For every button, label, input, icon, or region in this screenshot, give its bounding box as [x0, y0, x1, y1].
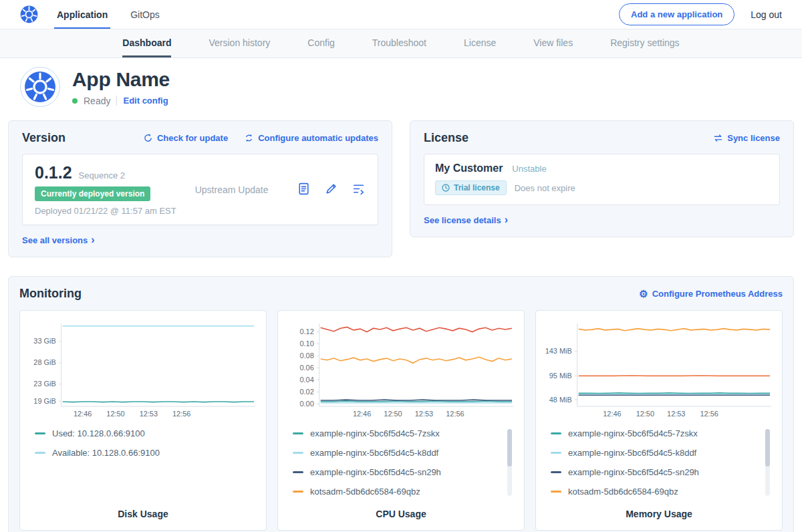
cpu-usage-chart-panel: 0.000.020.040.060.080.100.1212:4612:5012… — [277, 310, 525, 531]
svg-text:12:56: 12:56 — [700, 410, 718, 418]
chevron-right-icon: › — [91, 235, 94, 245]
series-color-swatch — [293, 491, 303, 493]
sync-icon — [713, 134, 723, 142]
app-header: App Name Ready Edit config — [0, 58, 802, 118]
app-icon — [20, 67, 60, 107]
deployed-timestamp: Deployed 01/21/22 @ 11:57 am EST — [35, 206, 176, 216]
divider — [116, 96, 117, 106]
configure-prometheus-label: Configure Prometheus Address — [652, 289, 783, 299]
chart-title: Memory Usage — [543, 497, 775, 519]
svg-text:0.06: 0.06 — [299, 364, 313, 372]
legend-scrollbar-thumb[interactable] — [765, 429, 770, 467]
refresh-icon — [143, 133, 153, 143]
svg-text:12:53: 12:53 — [140, 410, 158, 418]
release-notes-icon[interactable] — [297, 182, 311, 198]
svg-text:0.00: 0.00 — [299, 400, 313, 408]
check-for-update-label: Check for update — [157, 133, 228, 143]
legend-label: example-nginx-5bc6f5d4c5-sn29h — [310, 467, 441, 477]
sequence-label: Sequence 2 — [79, 170, 125, 180]
legend-scrollbar[interactable] — [765, 429, 770, 496]
gear-icon: ⚙ — [639, 289, 648, 299]
check-for-update-link[interactable]: Check for update — [143, 133, 228, 143]
legend-label: example-nginx-5bc6f5d4c5-sn29h — [568, 467, 699, 477]
channel-label: Unstable — [512, 164, 546, 174]
sync-license-link[interactable]: Sync license — [713, 133, 780, 143]
upstream-update-label: Upstream Update — [195, 184, 269, 195]
tab-application[interactable]: Application — [57, 0, 108, 29]
version-number: 0.1.2 — [35, 163, 72, 182]
see-all-versions-label: See all versions — [22, 235, 88, 245]
svg-text:12:50: 12:50 — [106, 410, 124, 418]
legend-label: kotsadm-5db6dc6584-69qbz — [568, 487, 678, 497]
legend-item: example-nginx-5bc6f5d4c5-7zskx — [293, 428, 499, 438]
tab-gitops[interactable]: GitOps — [130, 0, 160, 29]
tab-version-history[interactable]: Version history — [209, 29, 270, 57]
configure-prometheus-link[interactable]: ⚙ Configure Prometheus Address — [639, 289, 783, 299]
legend-item: example-nginx-5bc6f5d4c5-k8ddf — [293, 448, 499, 458]
tab-troubleshoot[interactable]: Troubleshoot — [372, 29, 426, 57]
legend-scrollbar[interactable] — [507, 429, 512, 496]
monitoring-card: Monitoring ⚙ Configure Prometheus Addres… — [8, 276, 794, 532]
svg-text:23 GiB: 23 GiB — [33, 380, 55, 388]
legend-item: example-nginx-5bc6f5d4c5-k8ddf — [551, 448, 757, 458]
svg-text:95 MiB: 95 MiB — [549, 372, 572, 380]
legend-label: Available: 10.128.0.66:9100 — [52, 448, 160, 458]
cpu-usage-plot: 0.000.020.040.060.080.100.1212:4612:5012… — [285, 319, 517, 420]
see-license-details-link[interactable]: See license details › — [424, 215, 508, 225]
expiration-label: Does not expire — [515, 183, 575, 193]
legend-item: Used: 10.128.0.66:9100 — [35, 428, 241, 438]
memory-usage-chart-panel: 48 MiB95 MiB143 MiB12:4612:5012:5312:56 … — [535, 310, 783, 531]
svg-text:0.10: 0.10 — [299, 340, 313, 348]
top-nav-tabs: Application GitOps — [57, 0, 182, 29]
legend-item: kotsadm-5db6dc6584-69qbz — [293, 487, 499, 497]
kubernetes-logo-icon — [20, 5, 38, 23]
memory-usage-legend: example-nginx-5bc6f5d4c5-7zskxexample-ng… — [551, 428, 770, 497]
series-color-swatch — [35, 432, 45, 434]
chart-title: Disk Usage — [27, 497, 259, 519]
configure-automatic-updates-link[interactable]: Configure automatic updates — [244, 133, 378, 143]
legend-item: Available: 10.128.0.66:9100 — [35, 448, 241, 458]
page-title: App Name — [72, 68, 170, 91]
legend-label: example-nginx-5bc6f5d4c5-k8ddf — [310, 448, 438, 458]
add-new-application-button[interactable]: Add a new application — [619, 3, 734, 25]
legend-label: example-nginx-5bc6f5d4c5-7zskx — [310, 428, 440, 438]
series-color-swatch — [293, 452, 303, 454]
license-type-label: Trial license — [454, 183, 500, 192]
see-license-details-label: See license details — [424, 215, 501, 225]
tab-license[interactable]: License — [464, 29, 496, 57]
chart-title: CPU Usage — [285, 497, 517, 519]
legend-label: example-nginx-5bc6f5d4c5-7zskx — [568, 428, 698, 438]
charts-row: 19 GiB23 GiB28 GiB33 GiB12:4612:5012:531… — [19, 310, 783, 531]
legend-item: example-nginx-5bc6f5d4c5-7zskx — [551, 428, 757, 438]
see-all-versions-link[interactable]: See all versions › — [22, 235, 95, 245]
edit-config-icon[interactable] — [324, 182, 338, 198]
edit-config-link[interactable]: Edit config — [123, 96, 168, 106]
svg-text:12:46: 12:46 — [353, 410, 371, 418]
svg-text:12:56: 12:56 — [446, 410, 464, 418]
series-color-swatch — [551, 432, 561, 434]
license-card-title: License — [424, 131, 469, 145]
svg-text:0.12: 0.12 — [299, 327, 313, 336]
legend-label: Used: 10.128.0.66:9100 — [52, 428, 145, 438]
version-card: Version Check for update Configure autom… — [8, 120, 392, 257]
legend-scrollbar-thumb[interactable] — [507, 429, 512, 467]
legend-item: example-nginx-5bc6f5d4c5-sn29h — [293, 467, 499, 477]
legend-label: kotsadm-5db6dc6584-69qbz — [310, 487, 420, 497]
app-sub-navbar: Dashboard Version history Config Trouble… — [0, 29, 802, 58]
auto-update-icon — [244, 133, 254, 143]
legend-item: example-nginx-5bc6f5d4c5-sn29h — [551, 467, 757, 477]
current-version-info: 0.1.2 Sequence 2 Currently deployed vers… — [35, 163, 176, 216]
tab-config[interactable]: Config — [307, 29, 334, 57]
monitoring-title: Monitoring — [19, 287, 82, 301]
logout-button[interactable]: Log out — [751, 9, 782, 20]
tab-view-files[interactable]: View files — [533, 29, 573, 57]
series-color-swatch — [293, 432, 303, 434]
svg-text:0.02: 0.02 — [299, 388, 313, 396]
tab-dashboard[interactable]: Dashboard — [122, 29, 171, 57]
deploy-logs-icon[interactable] — [352, 182, 366, 198]
svg-text:28 GiB: 28 GiB — [33, 358, 55, 366]
svg-text:12:53: 12:53 — [667, 410, 685, 418]
tab-registry-settings[interactable]: Registry settings — [610, 29, 679, 57]
app-status: Ready — [84, 96, 110, 106]
current-version-box: 0.1.2 Sequence 2 Currently deployed vers… — [22, 154, 378, 225]
